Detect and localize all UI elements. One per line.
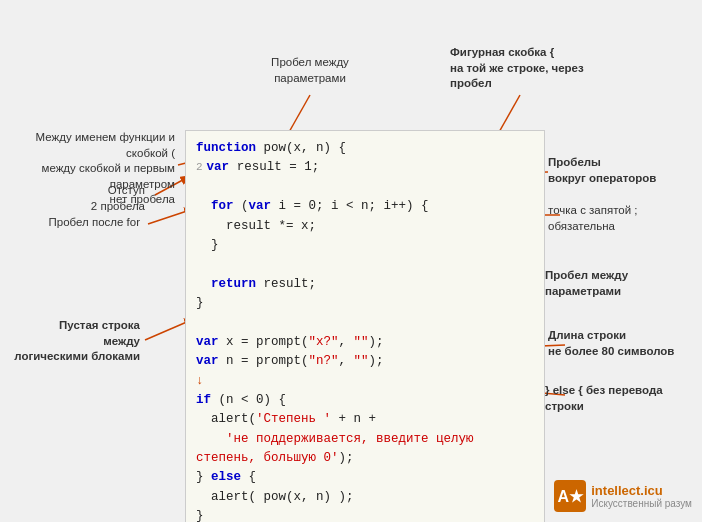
logo: A★ intellect.icu Искусственный разум <box>554 480 692 512</box>
str-n: "n?" <box>309 354 339 368</box>
str-alert2: 'не поддерживается, введите целую степен… <box>196 432 474 465</box>
code-line-result: result *= x; <box>196 217 534 236</box>
keyword-else: else <box>211 470 241 484</box>
keyword-var-2: var <box>249 199 272 213</box>
line-number-2: 2 <box>196 161 203 173</box>
code-line-close-for: } <box>196 236 534 255</box>
logo-name: intellect.icu <box>591 483 692 499</box>
code-line-else: } else { <box>196 468 534 487</box>
annotation-right-semicolon: точка с запятой ; обязательна <box>548 203 688 234</box>
annotation-right-space-params: Пробел между параметрами <box>545 268 685 299</box>
str-empty-2: "" <box>354 354 369 368</box>
str-x: "x?" <box>309 335 339 349</box>
annotation-right-length: Длина строки не более 80 символов <box>548 328 688 359</box>
keyword-for: for <box>211 199 234 213</box>
logo-text-area: intellect.icu Искусственный разум <box>591 483 692 510</box>
annotation-left-indent: Отступ 2 пробела <box>40 183 145 214</box>
code-line-close-if: } <box>196 507 534 522</box>
code-line-var-x: var x = prompt("x?", ""); <box>196 333 534 352</box>
main-container: Пробел между параметрами Фигурная скобка… <box>0 0 702 522</box>
annotation-top-center: Пробел между параметрами <box>255 55 365 86</box>
code-line-alert1: alert('Степень ' + n + <box>196 410 534 429</box>
str-empty-1: "" <box>354 335 369 349</box>
keyword-var-n: var <box>196 354 219 368</box>
keyword-return: return <box>211 277 256 291</box>
code-line-if: if (n < 0) { <box>196 391 534 410</box>
str-alert1: 'Степень ' <box>256 412 331 426</box>
code-line-var-n: var n = prompt("n?", ""); <box>196 352 534 371</box>
keyword-var-x: var <box>196 335 219 349</box>
annotation-right-else: } else { без перевода строки <box>545 383 690 414</box>
code-line-alert2: 'не поддерживается, введите целую степен… <box>196 430 534 469</box>
logo-icon: A★ <box>554 480 586 512</box>
keyword-var-1: var <box>207 160 230 174</box>
code-line-empty-3 <box>196 313 534 332</box>
code-line-empty-1 <box>196 178 534 197</box>
annotation-left-empty: Пустая строка между логическими блоками <box>5 318 140 365</box>
code-line-arrow: ↓ <box>196 372 534 391</box>
keyword-if: if <box>196 393 211 407</box>
code-line-for: for (var i = 0; i < n; i++) { <box>196 197 534 216</box>
code-line-empty-2 <box>196 255 534 274</box>
code-line-close-func: } <box>196 294 534 313</box>
code-line-return: return result; <box>196 275 534 294</box>
annotation-top-right: Фигурная скобка { на той же строке, чере… <box>450 45 610 92</box>
code-block: function pow(x, n) { 2var result = 1; fo… <box>185 130 545 522</box>
keyword-function: function <box>196 141 256 155</box>
logo-tagline: Искусственный разум <box>591 498 692 509</box>
annotation-left-for: Пробел после for <box>30 215 140 231</box>
code-line-1: function pow(x, n) { <box>196 139 534 158</box>
code-line-2: 2var result = 1; <box>196 158 534 177</box>
code-line-alert-pow: alert( pow(x, n) ); <box>196 488 534 507</box>
annotation-right-spaces: Пробелы вокруг операторов <box>548 155 688 186</box>
